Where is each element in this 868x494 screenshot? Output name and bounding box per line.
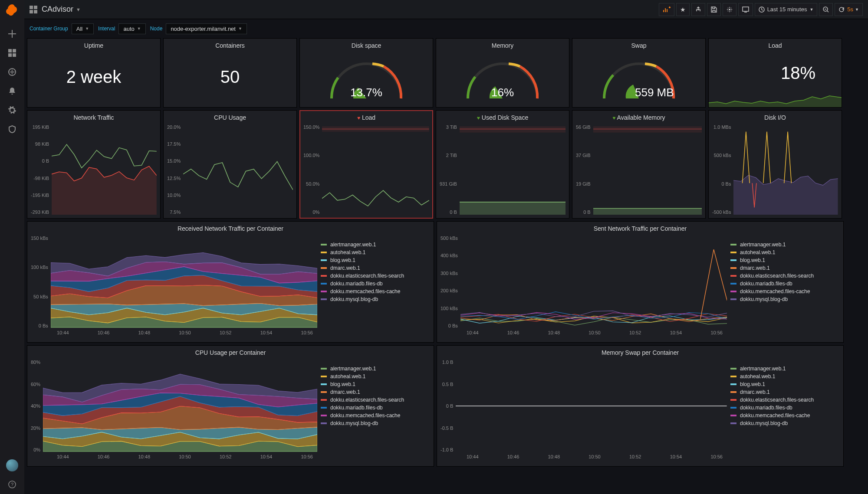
grafana-logo[interactable]: [5, 3, 19, 17]
panel-title: CPU Usage: [164, 111, 296, 123]
panel-title: ♥ Load: [300, 111, 433, 123]
plot-area[interactable]: [43, 360, 317, 452]
panel-cpu[interactable]: CPU Usage20.0%17.5%15.0%12.5%10.0%7.5%: [163, 110, 297, 219]
legend-item[interactable]: blog.web.1: [321, 381, 427, 387]
var-container-group[interactable]: All▼: [72, 23, 94, 34]
alert-icon[interactable]: [3, 82, 21, 100]
legend-item[interactable]: dmarc.web.1: [730, 389, 836, 395]
zoom-out-button[interactable]: [819, 3, 833, 16]
sidebar: ?: [0, 0, 24, 494]
legend-item[interactable]: blog.web.1: [730, 381, 836, 387]
legend-item[interactable]: dokku.mariadb.files-db: [730, 405, 836, 411]
refresh-button[interactable]: 5s ▼: [835, 3, 863, 16]
dashboards-icon[interactable]: [3, 44, 21, 62]
plot-area[interactable]: [593, 124, 702, 215]
plot-area[interactable]: [322, 124, 429, 215]
svg-rect-0: [8, 49, 12, 52]
add-icon[interactable]: [3, 25, 21, 43]
config-icon[interactable]: [3, 101, 21, 119]
panel-used_disk[interactable]: ♥ Used Disk Space3 TiB2 TiB931 GiB0 B: [436, 110, 569, 219]
stat-value: 2 week: [66, 67, 122, 87]
legend-item[interactable]: dokku.mysql.blog-db: [730, 296, 836, 302]
panel-swap-gauge[interactable]: Swap 559 MB: [572, 38, 706, 108]
plot-area[interactable]: [52, 124, 157, 215]
stat-value: 18%: [781, 63, 815, 83]
tv-mode-button[interactable]: [738, 3, 753, 16]
legend-item[interactable]: autoheal.web.1: [321, 249, 427, 255]
save-button[interactable]: [707, 3, 721, 16]
legend-item[interactable]: alertmanager.web.1: [730, 366, 836, 372]
share-button[interactable]: [691, 3, 705, 16]
legend-item[interactable]: dokku.memcached.files-cache: [730, 412, 836, 419]
legend-item[interactable]: autoheal.web.1: [730, 373, 836, 379]
legend-item[interactable]: dokku.memcached.files-cache: [730, 288, 836, 294]
gauge-value: 559 MB: [635, 86, 674, 99]
legend-item[interactable]: alertmanager.web.1: [321, 366, 427, 372]
var-node[interactable]: node-exporter.milanvit.net▼: [166, 23, 247, 34]
y-axis: 80%60%40%20%0%: [31, 360, 43, 452]
legend-item[interactable]: dokku.memcached.files-cache: [321, 288, 427, 294]
help-icon[interactable]: ?: [3, 476, 21, 493]
panel-cpu_pc[interactable]: CPU Usage per Container80%60%40%20%0%10:…: [27, 345, 434, 467]
star-button[interactable]: ★: [676, 3, 690, 16]
legend-item[interactable]: dokku.elasticsearch.files-search: [321, 273, 427, 279]
legend-item[interactable]: blog.web.1: [321, 257, 427, 263]
var-interval[interactable]: auto▼: [118, 23, 145, 34]
explore-icon[interactable]: [3, 63, 21, 81]
panel-sent_net[interactable]: Sent Network Traffic per Container500 kB…: [437, 221, 844, 343]
panel-swap_pc[interactable]: Memory Swap per Container1.0 B0.5 B0 B-0…: [437, 345, 844, 467]
legend-item[interactable]: dokku.memcached.files-cache: [321, 412, 427, 419]
legend: alertmanager.web.1autoheal.web.1blog.web…: [727, 360, 840, 463]
legend-item[interactable]: alertmanager.web.1: [321, 242, 427, 248]
dashboard-title[interactable]: CAdvisor▼: [42, 5, 81, 14]
heart-icon: ♥: [357, 115, 360, 121]
chevron-down-icon: ▼: [855, 7, 859, 12]
legend-item[interactable]: dokku.mariadb.files-db: [321, 281, 427, 287]
panel-load[interactable]: ♥ Load150.0%100.0%50.0%0%: [299, 110, 433, 219]
legend-item[interactable]: dokku.mysql.blog-db: [321, 420, 427, 426]
panel-avail_mem[interactable]: ♥ Available Memory56 GiB37 GiB19 GiB0 B: [572, 110, 706, 219]
legend-item[interactable]: dmarc.web.1: [321, 389, 427, 395]
sparkline: [709, 88, 842, 107]
time-range-button[interactable]: Last 15 minutes ▼: [755, 3, 818, 16]
settings-button[interactable]: [723, 3, 736, 16]
legend-item[interactable]: dmarc.web.1: [730, 265, 836, 271]
svg-rect-7: [30, 6, 33, 9]
legend-item[interactable]: dokku.mysql.blog-db: [730, 420, 836, 426]
legend-item[interactable]: dokku.elasticsearch.files-search: [321, 397, 427, 403]
add-panel-button[interactable]: [659, 3, 674, 16]
shield-icon[interactable]: [3, 121, 21, 138]
panel-disk-gauge[interactable]: Disk space 13.7%: [299, 38, 433, 108]
chevron-down-icon: ▼: [809, 7, 813, 12]
panel-mem-gauge[interactable]: Memory 16%: [436, 38, 569, 108]
plot-area[interactable]: [51, 236, 317, 328]
legend-item[interactable]: dokku.mysql.blog-db: [321, 296, 427, 302]
panel-net_traffic[interactable]: Network Traffic195 KiB98 KiB0 B-98 KiB-1…: [27, 110, 161, 219]
user-avatar[interactable]: [6, 459, 18, 471]
panel-title: Disk space: [300, 39, 433, 51]
plot-area[interactable]: [733, 124, 838, 215]
legend: alertmanager.web.1autoheal.web.1blog.web…: [727, 236, 840, 339]
panel-load-stat[interactable]: Load 18%: [708, 38, 842, 108]
panel-recv_net[interactable]: Received Network Traffic per Container15…: [27, 221, 434, 343]
legend-item[interactable]: dokku.elasticsearch.files-search: [730, 273, 836, 279]
plot-area[interactable]: [183, 124, 293, 215]
legend-item[interactable]: blog.web.1: [730, 257, 836, 263]
legend-item[interactable]: dokku.elasticsearch.files-search: [730, 397, 836, 403]
legend-item[interactable]: alertmanager.web.1: [730, 242, 836, 248]
panel-containers[interactable]: Containers 50: [163, 38, 297, 108]
legend-item[interactable]: autoheal.web.1: [321, 373, 427, 379]
legend-item[interactable]: autoheal.web.1: [730, 249, 836, 255]
legend-item[interactable]: dokku.mariadb.files-db: [730, 281, 836, 287]
legend-item[interactable]: dokku.mariadb.files-db: [321, 405, 427, 411]
svg-rect-12: [665, 8, 666, 12]
plot-area[interactable]: [460, 236, 727, 328]
chevron-down-icon: ▼: [76, 7, 81, 12]
plot-area[interactable]: [460, 124, 566, 215]
panel-uptime[interactable]: Uptime 2 week: [27, 38, 161, 108]
clock-icon: [759, 7, 765, 13]
panel-disk_io[interactable]: Disk I/O1.0 MBs500 kBs0 Bs-500 kBs: [708, 110, 842, 219]
svg-rect-3: [13, 53, 16, 57]
plot-area[interactable]: [456, 360, 727, 452]
legend-item[interactable]: dmarc.web.1: [321, 265, 427, 271]
